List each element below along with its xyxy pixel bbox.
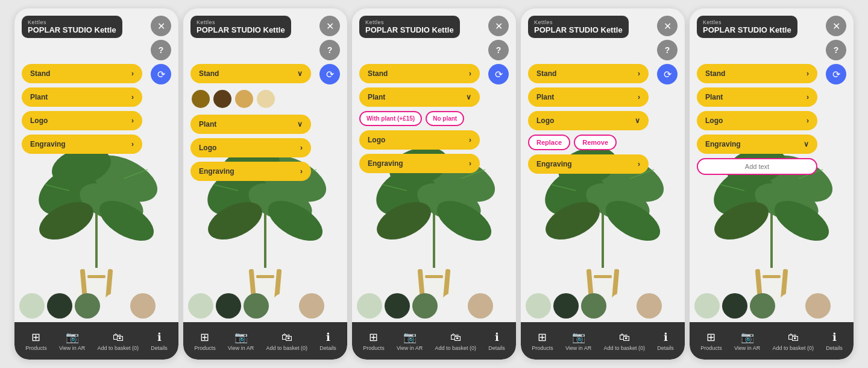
swatch-3[interactable] <box>257 90 275 108</box>
thumbnail-1[interactable] <box>47 293 72 319</box>
toolbar-item-details[interactable]: ℹ Details <box>657 331 674 351</box>
thumbnail-1[interactable] <box>385 293 410 319</box>
option-btn-plant[interactable]: Plant ∨ <box>190 115 311 134</box>
thumbnail-2[interactable] <box>581 293 606 319</box>
product-title: POPLAR STUDIO Kettle <box>28 25 116 34</box>
toolbar-item-add-to-basket[interactable]: 🛍 Add to basket (0) <box>266 331 308 351</box>
toolbar-item-products[interactable]: ⊞ Products <box>363 331 385 351</box>
ar-button[interactable]: ⟳ <box>826 64 846 84</box>
thumbnail-0[interactable] <box>526 293 551 319</box>
thumbnail-3[interactable] <box>102 293 128 319</box>
option-btn-plant[interactable]: Plant › <box>697 87 817 107</box>
toolbar-item-details[interactable]: ℹ Details <box>488 331 505 351</box>
svg-rect-60 <box>763 275 781 278</box>
option-label: Plant <box>30 93 48 101</box>
toolbar-item-products[interactable]: ⊞ Products <box>25 331 47 351</box>
option-btn-engraving[interactable]: Engraving › <box>359 154 480 173</box>
close-button[interactable]: ✕ <box>319 16 340 36</box>
option-btn-engraving[interactable]: Engraving › <box>528 154 649 174</box>
toolbar-item-details[interactable]: ℹ Details <box>151 331 168 351</box>
close-button[interactable]: ✕ <box>151 16 171 36</box>
toolbar-item-details[interactable]: ℹ Details <box>319 331 336 351</box>
toolbar-item-view-in-ar[interactable]: 📷 View in AR <box>565 331 591 351</box>
help-icon: ? <box>159 45 164 55</box>
thumbnail-1[interactable] <box>722 293 747 319</box>
toolbar-item-add-to-basket[interactable]: 🛍 Add to basket (0) <box>98 331 139 351</box>
close-button[interactable]: ✕ <box>826 16 846 36</box>
toolbar-item-view-in-ar[interactable]: 📷 View in AR <box>228 331 254 351</box>
thumbnail-0[interactable] <box>19 293 45 319</box>
option-btn-logo[interactable]: Logo › <box>697 111 817 130</box>
option-btn-engraving[interactable]: Engraving ∨ <box>697 135 817 154</box>
option-btn-logo[interactable]: Logo › <box>22 111 142 130</box>
toolbar-item-products[interactable]: ⊞ Products <box>532 331 553 351</box>
thumbnail-0[interactable] <box>188 293 213 319</box>
remove-btn[interactable]: Remove <box>574 135 617 150</box>
option-btn-engraving[interactable]: Engraving › <box>22 135 142 154</box>
with-plant-btn[interactable]: With plant (+£15) <box>359 111 422 126</box>
option-btn-stand[interactable]: Stand › <box>697 64 817 83</box>
thumbnail-2[interactable] <box>244 293 269 319</box>
thumbnail-1[interactable] <box>553 293 579 319</box>
option-btn-logo[interactable]: Logo ∨ <box>528 111 649 130</box>
toolbar-item-view-in-ar[interactable]: 📷 View in AR <box>59 331 85 351</box>
thumbnail-3[interactable] <box>609 293 634 319</box>
ar-button[interactable]: ⟳ <box>151 64 171 84</box>
thumbnail-4[interactable] <box>637 293 662 319</box>
ar-button[interactable]: ⟳ <box>657 64 678 84</box>
thumbnail-1[interactable] <box>216 293 241 319</box>
toolbar-item-view-in-ar[interactable]: 📷 View in AR <box>734 331 760 351</box>
chevron-icon: › <box>469 136 471 144</box>
thumbnail-4[interactable] <box>468 293 493 319</box>
chevron-icon: › <box>131 140 134 148</box>
panel-header: Kettles POPLAR STUDIO Kettle <box>528 16 629 38</box>
option-btn-plant[interactable]: Plant › <box>528 87 649 107</box>
toolbar-item-view-in-ar[interactable]: 📷 View in AR <box>397 331 423 351</box>
option-btn-plant[interactable]: Plant ∨ <box>359 87 480 107</box>
option-btn-logo[interactable]: Logo › <box>359 130 480 150</box>
close-button[interactable]: ✕ <box>488 16 509 36</box>
toolbar-item-products[interactable]: ⊞ Products <box>700 331 722 351</box>
help-button[interactable]: ? <box>319 40 340 60</box>
thumbnail-2[interactable] <box>412 293 438 319</box>
thumbnail-0[interactable] <box>357 293 382 319</box>
option-btn-stand[interactable]: Stand › <box>528 64 649 83</box>
add-text-input[interactable] <box>697 158 817 175</box>
toolbar-item-add-to-basket[interactable]: 🛍 Add to basket (0) <box>773 331 814 351</box>
toolbar-icon-1: 📷 <box>234 331 248 344</box>
toolbar-item-add-to-basket[interactable]: 🛍 Add to basket (0) <box>435 331 477 351</box>
close-button[interactable]: ✕ <box>657 16 678 36</box>
option-btn-stand[interactable]: Stand ∨ <box>190 64 311 83</box>
help-button[interactable]: ? <box>488 40 509 60</box>
toolbar-item-products[interactable]: ⊞ Products <box>194 331 216 351</box>
toolbar-item-add-to-basket[interactable]: 🛍 Add to basket (0) <box>604 331 646 351</box>
thumbnail-4[interactable] <box>299 293 324 319</box>
help-button[interactable]: ? <box>151 40 171 60</box>
help-button[interactable]: ? <box>826 40 846 60</box>
thumbnail-3[interactable] <box>271 293 297 319</box>
replace-btn[interactable]: Replace <box>528 135 570 150</box>
option-btn-logo[interactable]: Logo › <box>190 138 311 157</box>
option-btn-stand[interactable]: Stand › <box>22 64 142 83</box>
thumbnail-2[interactable] <box>750 293 775 319</box>
thumbnail-0[interactable] <box>694 293 720 319</box>
thumbnail-4[interactable] <box>805 293 831 319</box>
ar-button[interactable]: ⟳ <box>488 64 509 84</box>
thumbnail-3[interactable] <box>440 293 465 319</box>
thumbnail-4[interactable] <box>130 293 156 319</box>
option-btn-plant[interactable]: Plant › <box>22 87 142 107</box>
swatch-1[interactable] <box>213 90 231 108</box>
help-button[interactable]: ? <box>657 40 678 60</box>
no-plant-btn[interactable]: No plant <box>426 111 464 126</box>
swatch-2[interactable] <box>235 90 253 108</box>
option-btn-engraving[interactable]: Engraving › <box>190 162 311 181</box>
thumbnail-3[interactable] <box>778 293 803 319</box>
toolbar-item-details[interactable]: ℹ Details <box>826 331 843 351</box>
option-btn-stand[interactable]: Stand › <box>359 64 480 83</box>
thumbnails-row <box>14 292 178 320</box>
toolbar-label-3: Details <box>657 345 674 351</box>
thumbnail-2[interactable] <box>75 293 100 319</box>
ar-button[interactable]: ⟳ <box>319 64 340 84</box>
toolbar-icon-0: ⊞ <box>369 331 378 344</box>
swatch-0[interactable] <box>192 90 210 108</box>
